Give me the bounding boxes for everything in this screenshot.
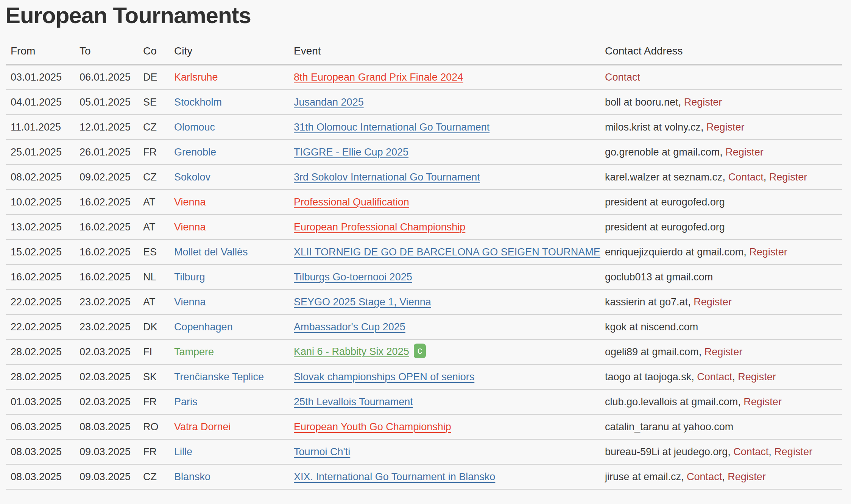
cell-event: 8th European Grand Prix Finale 2024 — [289, 65, 600, 90]
register-link[interactable]: Register — [749, 246, 787, 258]
register-link[interactable]: Register — [684, 96, 722, 108]
cell-city: Sokolov — [170, 165, 289, 190]
event-link[interactable]: 25th Levallois Tournament — [294, 396, 413, 408]
cell-contact: milos.krist at volny.cz, Register — [600, 115, 842, 140]
cell-event: XIX. International Go Tournament in Blan… — [289, 464, 600, 489]
register-link[interactable]: Register — [738, 371, 776, 383]
cell-from: 13.02.2025 — [6, 215, 75, 240]
register-link[interactable]: Register — [774, 446, 812, 457]
contact-link[interactable]: Contact — [697, 371, 732, 383]
table-body: 03.01.2025 06.01.2025 DE Karlsruhe 8th E… — [6, 65, 842, 489]
cell-from: 04.01.2025 — [6, 90, 75, 115]
cell-contact: goclub013 at gmail.com — [600, 264, 842, 289]
register-link[interactable]: Register — [725, 146, 764, 158]
table-row: 25.01.2025 26.01.2025 FR Grenoble TIGGRE… — [6, 140, 842, 165]
cell-country: AT — [139, 190, 170, 215]
cell-from: 08.03.2025 — [6, 439, 75, 464]
cell-city: Trenčianske Teplice — [170, 364, 289, 389]
city-name: Vienna — [174, 296, 206, 308]
cell-from: 01.03.2025 — [6, 389, 75, 414]
table-row: 03.01.2025 06.01.2025 DE Karlsruhe 8th E… — [6, 65, 842, 90]
comma-separator: , — [678, 96, 684, 108]
cell-to: 09.03.2025 — [75, 464, 139, 489]
cell-city: Grenoble — [170, 140, 289, 165]
cell-contact: boll at booru.net, Register — [600, 90, 842, 115]
contact-email: president at eurogofed.org — [605, 196, 725, 208]
city-name: Paris — [174, 396, 198, 408]
event-link[interactable]: 3rd Sokolov International Go Tournament — [294, 171, 480, 183]
cell-from: 15.02.2025 — [6, 240, 75, 264]
event-link[interactable]: XIX. International Go Tournament in Blan… — [294, 471, 495, 482]
cell-to: 12.01.2025 — [75, 115, 139, 140]
cell-to: 09.03.2025 — [75, 439, 139, 464]
register-link[interactable]: Register — [704, 346, 743, 358]
event-link[interactable]: Ambassador's Cup 2025 — [294, 321, 405, 333]
register-link[interactable]: Register — [706, 121, 745, 133]
cell-contact: jiruse at email.cz, Contact, Register — [600, 464, 842, 489]
table-row: 13.02.2025 16.02.2025 AT Vienna European… — [6, 215, 842, 240]
cell-event: European Professional Championship — [289, 215, 600, 240]
cell-to: 02.03.2025 — [75, 364, 139, 389]
header-city: City — [170, 28, 289, 65]
cell-from: 22.02.2025 — [6, 289, 75, 314]
contact-email: bureau-59Li at jeudego.org — [605, 446, 728, 457]
contact-link[interactable]: Contact — [728, 171, 764, 183]
cell-to: 05.01.2025 — [75, 90, 139, 115]
cell-event: Jusandan 2025 — [289, 90, 600, 115]
contact-email: milos.krist at volny.cz — [605, 121, 701, 133]
cell-country: SE — [139, 90, 170, 115]
cell-from: 10.02.2025 — [6, 190, 75, 215]
cell-contact: karel.walzer at seznam.cz, Contact, Regi… — [600, 165, 842, 190]
table-row: 08.03.2025 09.03.2025 CZ Blansko XIX. In… — [6, 464, 842, 489]
table-row: 28.02.2025 02.03.2025 FI Tampere Kani 6 … — [6, 339, 842, 364]
contact-link[interactable]: Contact — [605, 72, 640, 83]
table-row: 11.01.2025 12.01.2025 CZ Olomouc 31th Ol… — [6, 115, 842, 140]
cell-from: 16.02.2025 — [6, 264, 75, 289]
cell-city: Tampere — [170, 339, 289, 364]
cell-country: CZ — [139, 464, 170, 489]
event-link[interactable]: Professional Qualification — [294, 196, 409, 208]
cell-contact: president at eurogofed.org — [600, 190, 842, 215]
register-link[interactable]: Register — [728, 471, 766, 482]
cell-to: 16.02.2025 — [75, 240, 139, 264]
cell-contact: bureau-59Li at jeudego.org, Contact, Reg… — [600, 439, 842, 464]
table-row: 01.03.2025 02.03.2025 FR Paris 25th Leva… — [6, 389, 842, 414]
cell-city: Mollet del Vallès — [170, 240, 289, 264]
cell-event: Professional Qualification — [289, 190, 600, 215]
cell-country: FR — [139, 389, 170, 414]
event-link[interactable]: XLII TORNEIG DE GO DE BARCELONA GO SEIGE… — [294, 246, 600, 258]
contact-link[interactable]: Contact — [687, 471, 722, 482]
event-link[interactable]: Tilburgs Go-toernooi 2025 — [294, 271, 412, 283]
event-link[interactable]: Kani 6 - Rabbity Six 2025 — [294, 345, 409, 357]
cell-to: 26.01.2025 — [75, 140, 139, 165]
comma-separator: , — [723, 171, 728, 183]
event-link[interactable]: Slovak championships OPEN of seniors — [294, 371, 474, 383]
cell-event: European Youth Go Championship — [289, 414, 600, 439]
contact-link[interactable]: Contact — [733, 446, 768, 457]
event-link[interactable]: Tournoi Ch'ti — [294, 446, 350, 457]
city-name: Grenoble — [174, 146, 216, 158]
event-link[interactable]: European Professional Championship — [294, 221, 465, 233]
event-link[interactable]: 31th Olomouc International Go Tournament — [294, 121, 489, 133]
event-link[interactable]: 8th European Grand Prix Finale 2024 — [294, 72, 463, 83]
register-link[interactable]: Register — [743, 396, 782, 408]
cell-country: DK — [139, 314, 170, 339]
event-link[interactable]: SEYGO 2025 Stage 1, Vienna — [294, 296, 431, 308]
event-link[interactable]: TIGGRE - Ellie Cup 2025 — [294, 146, 408, 158]
cell-city: Vatra Dornei — [170, 414, 289, 439]
event-link[interactable]: European Youth Go Championship — [294, 421, 451, 432]
contact-email: enriquejizquierdo at gmail.com — [605, 246, 743, 258]
register-link[interactable]: Register — [694, 296, 732, 308]
city-name: Mollet del Vallès — [174, 246, 248, 258]
comma-separator: , — [722, 471, 728, 482]
cell-to: 23.02.2025 — [75, 314, 139, 339]
cell-contact: president at eurogofed.org — [600, 215, 842, 240]
cell-country: FR — [139, 140, 170, 165]
register-link[interactable]: Register — [769, 171, 807, 183]
cell-country: DE — [139, 65, 170, 90]
header-from: From — [6, 28, 75, 65]
cell-contact: enriquejizquierdo at gmail.com, Register — [600, 240, 842, 264]
comma-separator: , — [743, 246, 749, 258]
cell-city: Tilburg — [170, 264, 289, 289]
event-link[interactable]: Jusandan 2025 — [294, 96, 364, 108]
